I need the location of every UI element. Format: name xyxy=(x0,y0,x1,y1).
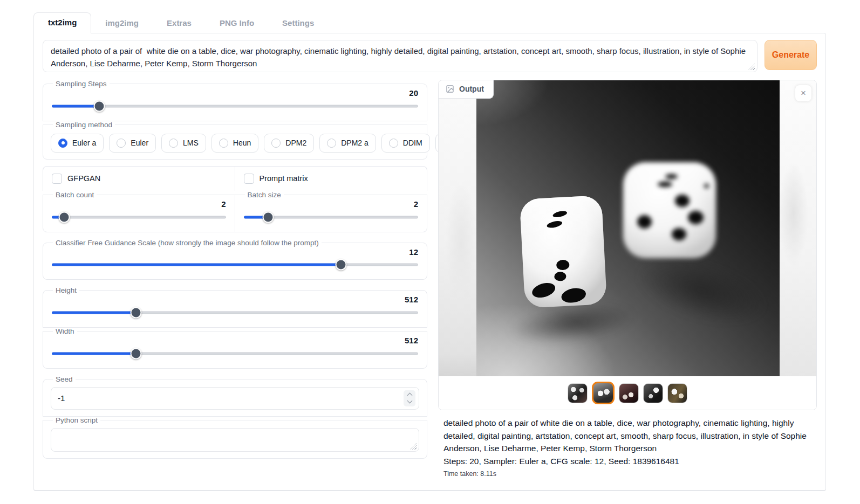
batch-size-label: Batch size xyxy=(245,191,284,199)
batch-size-slider[interactable] xyxy=(244,211,419,223)
slider-track xyxy=(52,216,226,218)
slider-track xyxy=(52,105,418,107)
batch-count-value: 2 xyxy=(51,199,226,210)
settings-column: Sampling Steps 20 Sampling method Euler … xyxy=(43,80,427,465)
batch-size-value: 2 xyxy=(243,199,419,210)
slider-fill xyxy=(52,264,341,266)
radio-icon xyxy=(58,139,67,148)
thumbnail-5[interactable] xyxy=(667,383,687,403)
batch-count-label: Batch count xyxy=(53,191,97,199)
chevron-down-icon[interactable] xyxy=(407,398,412,404)
width-value: 512 xyxy=(51,336,418,346)
checkbox-icon xyxy=(52,174,62,184)
thumbnail-2-selected[interactable] xyxy=(592,382,615,404)
radio-icon xyxy=(271,139,281,148)
checkbox-icon xyxy=(244,174,254,184)
radio-icon xyxy=(117,139,126,148)
output-gallery: Output × xyxy=(438,80,817,410)
thumbnail-4[interactable] xyxy=(643,383,663,403)
sampler-option-ddim[interactable]: DDIM xyxy=(381,134,430,153)
sampling-steps-group: Sampling Steps 20 xyxy=(43,80,427,121)
generation-info: detailed photo of a pair of white die on… xyxy=(438,410,817,479)
caption-prompt: detailed photo of a pair of white die on… xyxy=(443,417,814,455)
slider-fill xyxy=(52,312,136,314)
gallery-next-preview xyxy=(778,80,816,377)
radio-icon xyxy=(169,139,178,148)
thumbnail-1[interactable] xyxy=(568,383,588,403)
python-script-group: Python script xyxy=(43,416,427,459)
generate-button[interactable]: Generate xyxy=(765,40,817,70)
sampling-steps-slider[interactable] xyxy=(52,100,418,112)
txt2img-panel: detailed photo of a pair of white die on… xyxy=(33,33,826,491)
tab-txt2img[interactable]: txt2img xyxy=(33,12,91,33)
app-window: txt2img img2img Extras PNG Info Settings… xyxy=(33,12,826,491)
slider-handle[interactable] xyxy=(336,259,347,271)
cfg-scale-group: Classifier Free Guidance Scale (how stro… xyxy=(43,239,427,280)
generated-image[interactable] xyxy=(476,80,780,377)
cfg-scale-slider[interactable] xyxy=(52,259,418,271)
gallery-thumbnails xyxy=(439,376,816,410)
postprocess-options-row: GFPGAN Prompt matrix xyxy=(43,166,427,191)
sampling-steps-value: 20 xyxy=(51,88,418,99)
sampler-option-heun[interactable]: Heun xyxy=(211,134,258,153)
height-slider[interactable] xyxy=(52,307,418,319)
thumbnail-3[interactable] xyxy=(619,383,639,403)
height-group: Height 512 xyxy=(43,286,427,328)
tab-png-info[interactable]: PNG Info xyxy=(206,13,268,33)
sampler-option-label: DPM2 a xyxy=(341,139,368,147)
slider-fill xyxy=(52,105,99,107)
batch-count-group: Batch count 2 xyxy=(43,191,235,232)
prompt-input[interactable]: detailed photo of a pair of white die on… xyxy=(43,40,757,70)
height-value: 512 xyxy=(51,295,418,305)
sampler-option-label: DPM2 xyxy=(285,139,306,147)
output-column: Output × detailed photo of a pair of whi… xyxy=(438,80,817,479)
slider-handle[interactable] xyxy=(58,211,70,223)
prompt-box: detailed photo of a pair of white die on… xyxy=(43,40,757,72)
sampler-option-label: LMS xyxy=(183,139,199,147)
sampling-steps-label: Sampling Steps xyxy=(53,80,110,88)
sampler-option-dpm2-a[interactable]: DPM2 a xyxy=(319,134,376,153)
tab-settings[interactable]: Settings xyxy=(268,13,328,33)
slider-handle[interactable] xyxy=(262,211,274,223)
seed-input[interactable] xyxy=(58,393,404,403)
radio-icon xyxy=(327,139,336,148)
slider-handle[interactable] xyxy=(94,100,105,112)
height-label: Height xyxy=(53,286,79,294)
radio-icon xyxy=(219,139,228,148)
seed-group: Seed xyxy=(43,375,427,417)
prompt-matrix-label: Prompt matrix xyxy=(260,174,308,183)
python-script-input[interactable] xyxy=(51,429,419,451)
cfg-scale-label: Classifier Free Guidance Scale (how stro… xyxy=(53,239,322,247)
python-script-label: Python script xyxy=(53,416,100,424)
time-taken: Time taken: 8.11s xyxy=(443,469,814,479)
batch-count-slider[interactable] xyxy=(52,211,226,223)
width-slider[interactable] xyxy=(52,348,418,360)
caption-params: Steps: 20, Sampler: Euler a, CFG scale: … xyxy=(443,455,814,468)
blurred-die xyxy=(623,162,716,258)
slider-fill xyxy=(52,352,136,355)
sampler-option-euler[interactable]: Euler xyxy=(109,134,156,153)
sampler-option-label: Euler a xyxy=(72,139,96,147)
sampler-option-euler-a[interactable]: Euler a xyxy=(51,134,104,153)
width-group: Width 512 xyxy=(43,327,427,369)
slider-handle[interactable] xyxy=(131,307,142,319)
tab-extras[interactable]: Extras xyxy=(153,13,206,33)
sampler-option-label: Heun xyxy=(233,139,251,147)
close-icon[interactable]: × xyxy=(795,85,811,101)
gallery-prev-preview xyxy=(439,80,476,377)
gfpgan-checkbox[interactable]: GFPGAN xyxy=(43,167,235,191)
sampler-option-lms[interactable]: LMS xyxy=(161,134,206,153)
width-label: Width xyxy=(53,327,77,335)
tab-img2img[interactable]: img2img xyxy=(91,13,153,33)
slider-handle[interactable] xyxy=(131,348,142,359)
gfpgan-label: GFPGAN xyxy=(67,174,100,183)
output-panel-label: Output xyxy=(439,80,494,99)
prompt-matrix-checkbox[interactable]: Prompt matrix xyxy=(235,167,427,191)
sampler-option-label: DDIM xyxy=(403,139,422,147)
radio-icon xyxy=(389,139,398,148)
sampling-method-group: Sampling method Euler a Euler LMS Heun D… xyxy=(43,121,427,160)
sampler-option-dpm2[interactable]: DPM2 xyxy=(264,134,314,153)
output-label-text: Output xyxy=(459,85,484,93)
image-icon xyxy=(446,85,454,93)
number-spinner[interactable] xyxy=(404,390,415,406)
